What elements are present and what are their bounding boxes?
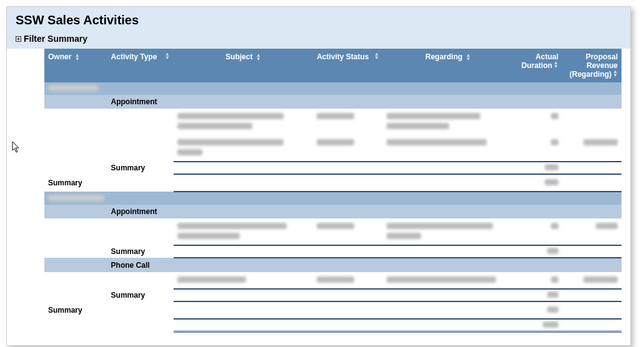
- summary-label: Summary: [44, 301, 107, 319]
- page-title: SSW Sales Activities: [16, 13, 622, 27]
- activity-type-label: Appointment: [107, 205, 622, 218]
- sort-icon: ▲▼: [75, 54, 80, 61]
- sort-icon: ▲▼: [165, 52, 170, 60]
- report-table-wrap: Owner ▲▼ Activity Type ▲▼ Subject ▲▼ Act…: [7, 49, 630, 345]
- activity-type-band: Appointment: [44, 95, 622, 109]
- filter-summary-label: Filter Summary: [24, 34, 87, 44]
- report-header: SSW Sales Activities: [7, 7, 630, 31]
- summary-label: Summary: [107, 162, 174, 174]
- activity-type-band: Appointment: [44, 205, 622, 218]
- sort-icon: ▲▼: [613, 70, 618, 77]
- col-header-regarding[interactable]: Regarding ▲▼: [383, 49, 513, 82]
- col-header-subject[interactable]: Subject ▲▼: [174, 49, 313, 82]
- activity-type-label: Phone Call: [107, 258, 622, 272]
- col-header-activity-status[interactable]: Activity Status ▲▼: [313, 49, 383, 82]
- owner-summary-row: Summary: [44, 174, 622, 192]
- summary-label: Summary: [107, 245, 174, 258]
- summary-label: Summary: [44, 174, 107, 192]
- sort-icon: ▲▼: [553, 61, 558, 69]
- grand-total-row: [44, 319, 622, 332]
- report-container: SSW Sales Activities Filter Summary Owne…: [6, 6, 631, 346]
- col-header-activity-type[interactable]: Activity Type ▲▼: [107, 49, 174, 82]
- filter-summary-toggle[interactable]: Filter Summary: [7, 31, 630, 49]
- group-summary-row: Summary: [44, 289, 622, 301]
- activity-type-label: Appointment: [107, 95, 622, 109]
- group-summary-row: Summary: [44, 245, 622, 258]
- summary-label: Summary: [107, 289, 174, 301]
- col-header-owner[interactable]: Owner ▲▼: [44, 49, 107, 82]
- col-header-proposal-revenue[interactable]: Proposal Revenue (Regarding) ▲▼: [562, 49, 622, 82]
- owner-group-band: [44, 192, 622, 205]
- col-header-actual-duration[interactable]: Actual Duration ▲▼: [513, 49, 562, 82]
- report-table: Owner ▲▼ Activity Type ▲▼ Subject ▲▼ Act…: [44, 49, 622, 333]
- table-header-row: Owner ▲▼ Activity Type ▲▼ Subject ▲▼ Act…: [44, 49, 622, 82]
- owner-summary-row: Summary: [44, 301, 622, 319]
- group-summary-row: Summary: [44, 162, 622, 174]
- expand-icon: [16, 36, 21, 42]
- table-row: [44, 218, 622, 245]
- sort-icon: ▲▼: [374, 52, 379, 60]
- sort-icon: ▲▼: [256, 54, 261, 61]
- table-row: [44, 272, 622, 289]
- sort-icon: ▲▼: [466, 54, 471, 61]
- table-row: [44, 109, 622, 135]
- owner-group-band: [44, 82, 622, 95]
- table-row: [44, 135, 622, 162]
- activity-type-band: Phone Call: [44, 258, 622, 272]
